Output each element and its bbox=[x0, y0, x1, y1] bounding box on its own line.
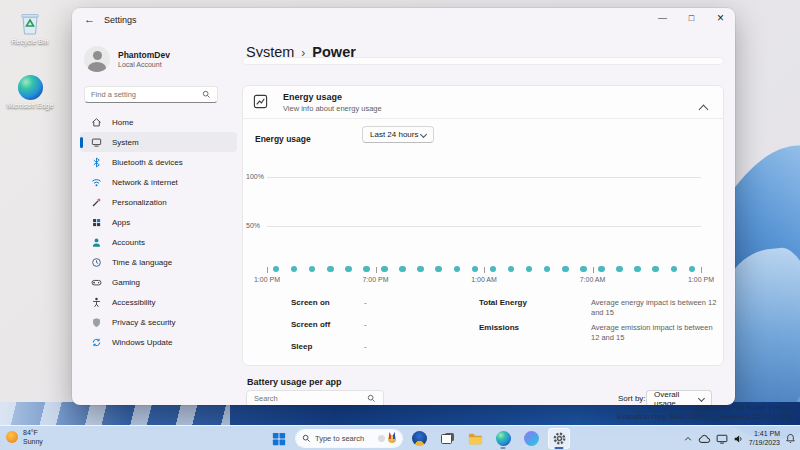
maximize-button[interactable]: □ bbox=[677, 8, 706, 28]
energy-impact-stats: Total EnergyAverage energy impact is bet… bbox=[479, 298, 721, 348]
desktop-icon-recycle-bin[interactable]: Recycle Bin bbox=[2, 8, 58, 45]
apps-icon bbox=[90, 216, 102, 228]
edge-icon bbox=[2, 72, 58, 100]
search-icon bbox=[202, 90, 211, 99]
insider-watermark: Windows 11 Pro Insider Preview Evaluatio… bbox=[617, 403, 794, 421]
titlebar[interactable]: ← Settings — □ × bbox=[72, 8, 735, 34]
stat-value: - bbox=[364, 342, 367, 351]
user-account[interactable]: PhantomDev Local Account bbox=[84, 46, 170, 72]
back-button[interactable]: ← bbox=[84, 13, 95, 25]
taskbar-search-box[interactable] bbox=[296, 430, 402, 447]
time-range-dropdown[interactable]: Last 24 hours bbox=[362, 126, 434, 143]
sidebar-nav: Home System Bluetooth & devices Network … bbox=[80, 112, 237, 352]
store-icon[interactable] bbox=[408, 428, 430, 449]
close-button[interactable]: × bbox=[706, 8, 735, 28]
sort-by-label: Sort by: bbox=[618, 394, 646, 403]
sidebar-item-privacy-security[interactable]: Privacy & security bbox=[80, 312, 237, 332]
taskbar: 84°F Sunny 1:41 PM 7/1 bbox=[0, 425, 800, 450]
screen-time-stats: Screen on- Screen off- Sleep- bbox=[291, 298, 367, 364]
window-title: Settings bbox=[104, 15, 137, 25]
battery-search-input[interactable] bbox=[254, 394, 367, 403]
user-type: Local Account bbox=[118, 61, 170, 68]
sidebar-item-apps[interactable]: Apps bbox=[80, 212, 237, 232]
sidebar-item-personalization[interactable]: Personalization bbox=[80, 192, 237, 212]
clock-icon bbox=[90, 256, 102, 268]
tray-time: 1:41 PM bbox=[749, 430, 780, 439]
stat-label: Emissions bbox=[479, 323, 591, 332]
search-icon bbox=[302, 434, 311, 443]
chevron-up-icon[interactable] bbox=[700, 99, 707, 117]
chevron-down-icon bbox=[420, 131, 427, 138]
stat-label: Sleep bbox=[291, 342, 364, 351]
sidebar-item-windows-update[interactable]: Windows Update bbox=[80, 332, 237, 352]
sidebar-item-system[interactable]: System bbox=[80, 132, 237, 152]
x-tick: 1:00 PM bbox=[688, 276, 714, 283]
widgets-button[interactable]: 84°F Sunny bbox=[6, 428, 43, 446]
display-icon[interactable] bbox=[716, 434, 728, 444]
shield-icon bbox=[90, 316, 102, 328]
sidebar-item-accessibility[interactable]: Accessibility bbox=[80, 292, 237, 312]
system-icon bbox=[90, 136, 102, 148]
person-icon bbox=[90, 236, 102, 248]
clock[interactable]: 1:41 PM 7/19/2023 bbox=[749, 430, 780, 447]
battery-level-chart: 1:00 PM 7:00 PM 1:00 AM 7:00 AM 1:00 PM bbox=[267, 264, 701, 286]
gridline-50 bbox=[267, 226, 701, 227]
battery-usage-title: Battery usage per app bbox=[247, 377, 342, 387]
task-view-button[interactable] bbox=[436, 428, 458, 449]
tray-date: 7/19/2023 bbox=[749, 439, 780, 448]
user-name: PhantomDev bbox=[118, 50, 170, 60]
weather-condition: Sunny bbox=[23, 437, 43, 446]
bluetooth-icon bbox=[90, 156, 102, 168]
desktop-icon-edge[interactable]: Microsoft Edge bbox=[2, 72, 58, 109]
tray-chevron-up-icon[interactable] bbox=[683, 434, 693, 444]
gamepad-icon bbox=[90, 276, 102, 288]
sidebar-item-gaming[interactable]: Gaming bbox=[80, 272, 237, 292]
battery-search-box[interactable] bbox=[246, 390, 384, 405]
taskbar-search-input[interactable] bbox=[315, 434, 378, 443]
desktop-icon-label: Recycle Bin bbox=[2, 38, 58, 45]
search-highlight-medal-icon bbox=[388, 435, 396, 443]
sidebar-item-home[interactable]: Home bbox=[80, 112, 237, 132]
x-tick: 1:00 PM bbox=[254, 276, 280, 283]
gear-icon bbox=[552, 431, 567, 446]
line-chart-icon bbox=[253, 94, 268, 109]
task-view-icon bbox=[441, 433, 454, 444]
gridline-100 bbox=[267, 177, 701, 178]
settings-search-box[interactable] bbox=[84, 86, 218, 103]
start-button[interactable] bbox=[268, 428, 290, 449]
previous-card-edge bbox=[242, 57, 724, 65]
sidebar-item-bluetooth-devices[interactable]: Bluetooth & devices bbox=[80, 152, 237, 172]
search-highlight-ball-icon bbox=[378, 435, 385, 442]
stat-label: Total Energy bbox=[479, 298, 591, 307]
x-tick: 1:00 AM bbox=[471, 276, 497, 283]
time-range-value: Last 24 hours bbox=[370, 130, 418, 139]
sidebar-item-network-internet[interactable]: Network & internet bbox=[80, 172, 237, 192]
stat-value: - bbox=[364, 320, 367, 329]
settings-window: ← Settings — □ × PhantomDev Local Accoun… bbox=[72, 8, 735, 405]
copilot-icon[interactable] bbox=[520, 428, 542, 449]
stat-label: Screen off bbox=[291, 320, 364, 329]
windows-logo-icon bbox=[272, 432, 286, 446]
update-icon bbox=[90, 336, 102, 348]
energy-card-header[interactable]: Energy usage View info about energy usag… bbox=[243, 86, 723, 119]
stat-value: Average energy impact is between 12 and … bbox=[591, 298, 721, 317]
energy-usage-row-label: Energy usage bbox=[255, 134, 311, 144]
onedrive-cloud-icon[interactable] bbox=[698, 434, 711, 444]
volume-icon[interactable] bbox=[733, 434, 744, 444]
file-explorer-icon[interactable] bbox=[464, 428, 486, 449]
minimize-button[interactable]: — bbox=[648, 8, 677, 28]
settings-taskbar-icon[interactable] bbox=[548, 428, 570, 449]
edge-taskbar-icon[interactable] bbox=[492, 428, 514, 449]
sidebar-item-accounts[interactable]: Accounts bbox=[80, 232, 237, 252]
sidebar-item-time-language[interactable]: Time & language bbox=[80, 252, 237, 272]
stat-value: - bbox=[364, 298, 367, 307]
x-tick: 7:00 AM bbox=[580, 276, 606, 283]
recycle-bin-icon bbox=[2, 8, 58, 36]
notification-bell-icon[interactable] bbox=[785, 433, 796, 444]
wifi-icon bbox=[90, 176, 102, 188]
gridline-label-50: 50% bbox=[246, 222, 260, 229]
settings-search-input[interactable] bbox=[91, 90, 202, 99]
sun-icon bbox=[6, 431, 18, 443]
stat-label: Screen on bbox=[291, 298, 364, 307]
search-icon bbox=[367, 394, 376, 403]
